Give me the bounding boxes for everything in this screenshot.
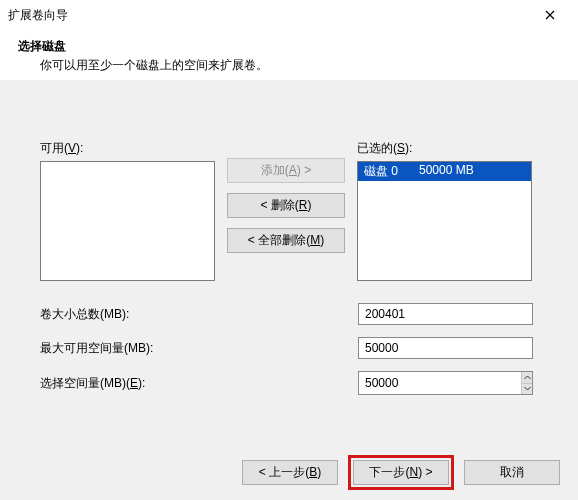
section-title: 选择磁盘 (18, 38, 560, 55)
back-button[interactable]: < 上一步(B) (242, 460, 338, 485)
close-button[interactable] (530, 1, 570, 29)
total-size-value: 200401 (358, 303, 533, 325)
list-item[interactable]: 磁盘 050000 MB (358, 162, 531, 181)
chevron-up-icon (524, 375, 531, 380)
titlebar: 扩展卷向导 (0, 0, 578, 30)
spin-down-button[interactable] (522, 384, 532, 395)
wizard-header: 选择磁盘 你可以用至少一个磁盘上的空间来扩展卷。 (0, 30, 578, 80)
remove-button[interactable]: < 删除(R) (227, 193, 345, 218)
available-label: 可用(V): (40, 140, 215, 157)
section-desc: 你可以用至少一个磁盘上的空间来扩展卷。 (18, 57, 560, 74)
max-space-label: 最大可用空间量(MB): (40, 340, 358, 357)
wizard-footer: < 上一步(B) 下一步(N) > 取消 (0, 444, 578, 500)
remove-all-button[interactable]: < 全部删除(M) (227, 228, 345, 253)
available-listbox[interactable] (40, 161, 215, 281)
add-button[interactable]: 添加(A) > (227, 158, 345, 183)
close-icon (545, 10, 555, 20)
window-title: 扩展卷向导 (8, 7, 530, 24)
cancel-button[interactable]: 取消 (464, 460, 560, 485)
chevron-down-icon (524, 386, 531, 391)
selected-listbox[interactable]: 磁盘 050000 MB (357, 161, 532, 281)
select-space-spinner[interactable] (358, 371, 533, 395)
select-space-label: 选择空间量(MB)(E): (40, 375, 358, 392)
spin-up-button[interactable] (522, 372, 532, 384)
selected-label: 已选的(S): (357, 140, 532, 157)
select-space-input[interactable] (359, 372, 521, 394)
total-size-label: 卷大小总数(MB): (40, 306, 358, 323)
next-button-highlight: 下一步(N) > (348, 455, 454, 490)
max-space-value: 50000 (358, 337, 533, 359)
next-button[interactable]: 下一步(N) > (353, 460, 449, 485)
